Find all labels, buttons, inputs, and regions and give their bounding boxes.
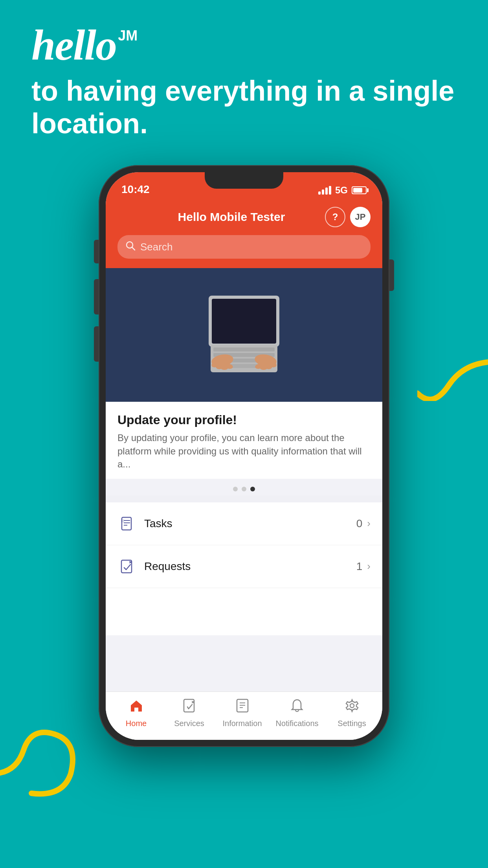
logo-area: hello JM — [31, 24, 457, 67]
search-input[interactable]: Search — [117, 235, 371, 259]
nav-label-home: Home — [126, 719, 147, 728]
nav-label-services: Services — [174, 719, 204, 728]
tasks-label: Tasks — [144, 517, 356, 530]
tagline: to having everything in a single locatio… — [31, 75, 457, 140]
card-description: By updating your profile, you can learn … — [117, 431, 371, 471]
svg-rect-6 — [213, 348, 275, 351]
nav-item-notifications[interactable]: Notifications — [276, 698, 319, 728]
battery-icon — [352, 186, 367, 194]
search-placeholder-text: Search — [140, 241, 172, 253]
app-header: Hello Mobile Tester ? JP — [106, 200, 382, 235]
tasks-chevron-icon: › — [367, 517, 371, 530]
yellow-decoration-bottom-left — [0, 695, 102, 805]
svg-rect-4 — [212, 299, 276, 344]
section-divider — [106, 495, 382, 502]
nav-label-information: Information — [223, 719, 262, 728]
svg-rect-20 — [122, 517, 131, 530]
bottom-content-filler — [106, 588, 382, 635]
nav-label-settings: Settings — [338, 719, 366, 728]
yellow-decoration-top-right — [417, 354, 488, 401]
card-title: Update your profile! — [117, 413, 371, 427]
volume-down-button — [94, 326, 99, 362]
tasks-count: 0 — [356, 517, 363, 530]
requests-icon — [117, 557, 136, 576]
logo-superscript: JM — [118, 28, 138, 44]
dot-1 — [233, 487, 238, 491]
notifications-icon — [290, 698, 305, 717]
signal-bars-icon — [318, 186, 331, 195]
signal-bar-3 — [325, 188, 328, 195]
requests-label: Requests — [144, 560, 356, 573]
banner-image — [106, 268, 382, 402]
network-type: 5G — [335, 185, 348, 196]
signal-bar-1 — [318, 191, 321, 195]
requests-count: 1 — [356, 560, 363, 573]
settings-icon — [345, 698, 360, 717]
dot-3 — [250, 487, 255, 491]
user-avatar[interactable]: JP — [350, 207, 371, 227]
notch — [205, 172, 283, 189]
dot-2 — [242, 487, 246, 491]
status-icons: 5G — [318, 185, 367, 196]
logo-text: hello — [31, 24, 116, 67]
nav-label-notifications: Notifications — [276, 719, 319, 728]
volume-up-button — [94, 279, 99, 314]
nav-item-services[interactable]: Services — [170, 698, 209, 728]
signal-bar-2 — [322, 189, 324, 195]
list-section: Tasks 0 › Requests 1 — [106, 502, 382, 588]
svg-rect-24 — [121, 519, 124, 522]
tasks-list-item[interactable]: Tasks 0 › — [106, 502, 382, 545]
battery-fill — [353, 188, 362, 193]
requests-chevron-icon: › — [367, 560, 371, 572]
app-title: Hello Mobile Tester — [138, 210, 325, 224]
search-bar-area: Search — [106, 235, 382, 268]
phone-mockup: 10:42 5G Hello Mobile T — [99, 165, 389, 747]
phone-screen: 10:42 5G Hello Mobile T — [106, 172, 382, 740]
nav-item-home[interactable]: Home — [117, 698, 156, 728]
nav-item-settings[interactable]: Settings — [332, 698, 372, 728]
information-icon — [235, 698, 250, 717]
home-icon — [129, 698, 144, 717]
requests-list-item[interactable]: Requests 1 › — [106, 545, 382, 588]
tasks-icon — [117, 514, 136, 533]
services-icon — [182, 698, 197, 717]
bottom-nav: Home Services — [106, 691, 382, 740]
power-button — [389, 259, 394, 291]
card-content: Update your profile! By updating your pr… — [106, 402, 382, 479]
header-area: hello JM to having everything in a singl… — [31, 24, 457, 140]
svg-point-31 — [350, 704, 354, 708]
silent-switch — [94, 240, 99, 263]
signal-bar-4 — [329, 186, 331, 195]
carousel-dots — [106, 479, 382, 495]
help-button[interactable]: ? — [325, 207, 345, 227]
laptop-illustration — [177, 284, 311, 386]
search-icon — [125, 241, 136, 253]
status-time: 10:42 — [121, 183, 150, 196]
nav-item-information[interactable]: Information — [223, 698, 262, 728]
svg-line-1 — [132, 247, 135, 250]
phone-outer-shell: 10:42 5G Hello Mobile T — [99, 165, 389, 747]
